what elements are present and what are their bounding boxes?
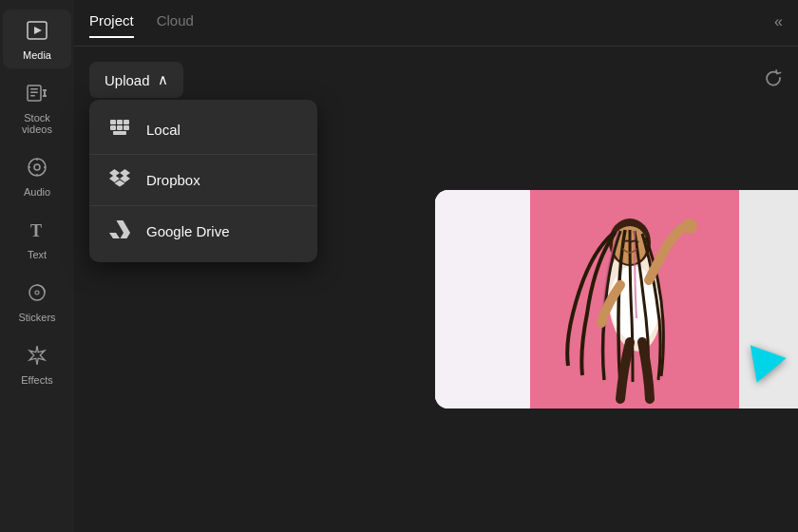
svg-rect-19 bbox=[117, 120, 123, 124]
svg-rect-20 bbox=[124, 120, 129, 124]
svg-rect-8 bbox=[44, 91, 46, 95]
dropdown-item-dropbox-label: Dropbox bbox=[146, 172, 200, 188]
svg-marker-32 bbox=[121, 233, 131, 238]
local-icon bbox=[108, 119, 131, 141]
sidebar: Media Stock videos bbox=[0, 0, 74, 532]
main-content: Project Cloud « Upload ∧ bbox=[74, 0, 798, 532]
dropbox-icon bbox=[108, 168, 131, 192]
upload-section: Upload ∧ bbox=[74, 47, 798, 113]
sidebar-item-effects-label: Effects bbox=[21, 374, 52, 386]
cursor-arrow bbox=[750, 339, 789, 382]
svg-rect-35 bbox=[435, 190, 530, 408]
sidebar-item-audio-label: Audio bbox=[24, 186, 50, 198]
collapse-panel-button[interactable]: « bbox=[774, 13, 783, 30]
refresh-button[interactable] bbox=[764, 68, 783, 92]
svg-point-41 bbox=[682, 218, 697, 234]
cursor-indicator bbox=[753, 342, 787, 380]
google-drive-icon bbox=[108, 219, 131, 243]
svg-rect-22 bbox=[117, 125, 123, 130]
stock-videos-icon bbox=[26, 82, 48, 108]
sidebar-item-media-label: Media bbox=[23, 49, 51, 61]
upload-button[interactable]: Upload ∧ bbox=[89, 62, 183, 98]
sidebar-item-effects[interactable]: Effects bbox=[3, 334, 71, 393]
sidebar-item-stickers[interactable]: Stickers bbox=[3, 272, 71, 331]
svg-marker-31 bbox=[109, 233, 120, 238]
svg-point-10 bbox=[34, 164, 40, 170]
audio-icon bbox=[26, 156, 48, 182]
sidebar-item-media[interactable]: Media bbox=[3, 10, 71, 68]
svg-rect-6 bbox=[43, 89, 47, 91]
svg-rect-7 bbox=[43, 95, 47, 97]
svg-point-17 bbox=[35, 291, 39, 294]
svg-rect-21 bbox=[110, 125, 116, 130]
sidebar-item-audio[interactable]: Audio bbox=[3, 146, 71, 205]
sidebar-item-stock-videos-label: Stock videos bbox=[9, 112, 66, 135]
upload-chevron: ∧ bbox=[158, 71, 168, 88]
svg-rect-23 bbox=[124, 125, 129, 130]
svg-rect-3 bbox=[30, 88, 38, 90]
upload-dropdown-menu: Local Dropbox bbox=[89, 100, 317, 262]
preview-image-area bbox=[435, 190, 798, 408]
svg-rect-5 bbox=[30, 95, 35, 97]
dropdown-item-google-drive[interactable]: Google Drive bbox=[89, 206, 317, 256]
sidebar-item-text[interactable]: T Text bbox=[3, 209, 71, 268]
sidebar-item-stock-videos[interactable]: Stock videos bbox=[3, 72, 71, 142]
sidebar-item-stickers-label: Stickers bbox=[18, 312, 55, 323]
sidebar-item-text-label: Text bbox=[28, 249, 47, 260]
dropdown-item-dropbox[interactable]: Dropbox bbox=[89, 155, 317, 206]
preview-image bbox=[435, 190, 798, 408]
svg-marker-30 bbox=[117, 220, 131, 233]
svg-point-9 bbox=[28, 159, 46, 176]
upload-label: Upload bbox=[104, 72, 150, 88]
effects-icon bbox=[26, 344, 48, 370]
tab-project[interactable]: Project bbox=[89, 12, 134, 32]
dropdown-item-local-label: Local bbox=[146, 122, 180, 138]
svg-marker-1 bbox=[34, 27, 42, 34]
stickers-icon bbox=[26, 281, 48, 308]
tabs-row: Project Cloud « bbox=[74, 0, 798, 46]
text-icon: T bbox=[26, 218, 48, 245]
svg-rect-4 bbox=[30, 92, 38, 94]
tab-cloud[interactable]: Cloud bbox=[157, 12, 194, 32]
dropdown-item-google-drive-label: Google Drive bbox=[146, 223, 230, 239]
svg-rect-24 bbox=[113, 131, 126, 135]
svg-rect-18 bbox=[110, 120, 116, 124]
dropdown-item-local[interactable]: Local bbox=[89, 105, 317, 155]
media-icon bbox=[26, 19, 48, 46]
svg-text:T: T bbox=[30, 221, 42, 240]
